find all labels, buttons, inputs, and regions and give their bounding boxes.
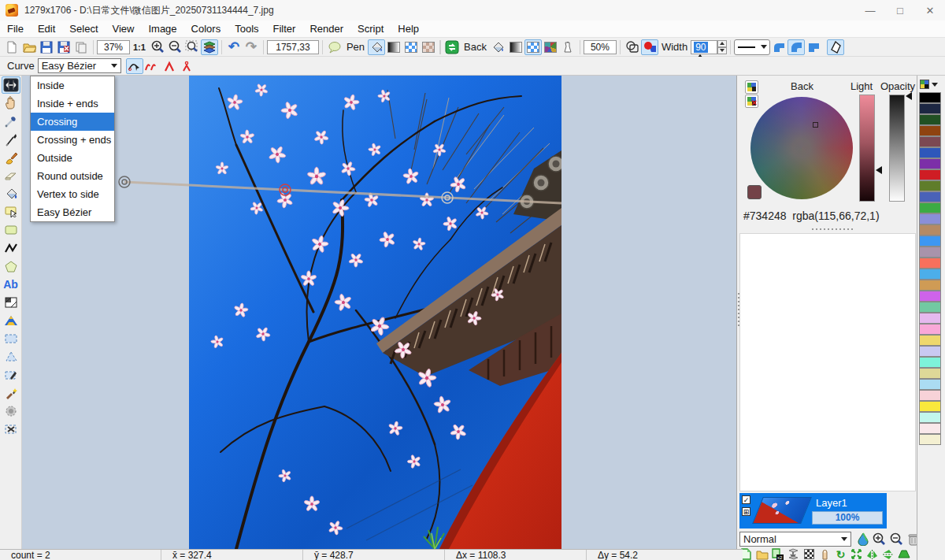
palette-swatch[interactable] — [919, 180, 941, 191]
palette-swatch[interactable] — [919, 412, 941, 423]
select-move-tool[interactable] — [2, 421, 20, 438]
palette-swatch[interactable] — [919, 247, 941, 258]
palette-swatch[interactable] — [919, 191, 941, 202]
finger-smudge-button[interactable] — [818, 548, 832, 560]
palette-swatch[interactable] — [919, 92, 941, 103]
current-color-swatch[interactable] — [747, 185, 762, 199]
menu-colors[interactable]: Colors — [184, 23, 228, 35]
undo-button[interactable]: ↶ — [225, 39, 243, 55]
menu-tools[interactable]: Tools — [228, 23, 265, 35]
redo-button[interactable]: ↷ — [243, 39, 260, 55]
back-fill-gradient-button[interactable] — [507, 39, 524, 55]
width-value-field[interactable]: 90 — [691, 40, 717, 54]
opacity-slider-marker[interactable] — [906, 92, 912, 100]
color-wheel-marker[interactable] — [813, 122, 818, 128]
dropdown-option-inside[interactable]: Inside — [31, 76, 114, 95]
open-layer-button[interactable] — [755, 548, 769, 560]
menu-file[interactable]: File — [0, 23, 31, 35]
pen-fill-solid-button[interactable] — [368, 39, 385, 55]
pen-fill-gradient-button[interactable] — [385, 39, 402, 55]
water-drop-icon[interactable] — [855, 532, 870, 547]
zoom-in-icon[interactable] — [149, 39, 166, 55]
palette-swatch[interactable] — [919, 213, 941, 224]
curve-double-mode-button[interactable] — [143, 58, 161, 74]
open-file-button[interactable] — [20, 39, 38, 55]
polygon-tool[interactable] — [2, 258, 20, 275]
select-cursor-tool[interactable] — [2, 203, 20, 221]
palette-swatch[interactable] — [919, 291, 941, 302]
layer-thumbnail[interactable] — [752, 497, 812, 524]
zoom-level-field[interactable]: 37% — [97, 40, 130, 54]
curve-peak-mode-button[interactable] — [161, 58, 178, 74]
layer-opacity-bar[interactable]: 100% — [812, 511, 883, 525]
menu-edit[interactable]: Edit — [31, 23, 62, 35]
palette-swatch[interactable] — [919, 368, 941, 379]
palette-swatch[interactable] — [919, 235, 941, 247]
swap-colors-button[interactable] — [443, 39, 461, 55]
brush-tool[interactable] — [2, 149, 20, 166]
palette-swatch[interactable] — [919, 224, 941, 235]
menu-help[interactable]: Help — [391, 23, 426, 35]
minimize-button[interactable]: — — [855, 1, 885, 20]
corner-square-button[interactable] — [805, 39, 822, 55]
pen-fill-checker-button[interactable] — [402, 39, 420, 55]
palette-swatch[interactable] — [919, 313, 941, 324]
flip-vertical-button[interactable] — [881, 548, 895, 560]
palette-swatch[interactable] — [919, 158, 941, 169]
palette-swatch[interactable] — [919, 202, 941, 213]
scale-layer-button[interactable] — [850, 548, 863, 560]
canvas-image[interactable] — [189, 76, 561, 549]
gradient-shape-tool[interactable] — [2, 312, 20, 329]
close-button[interactable]: ✕ — [915, 1, 945, 20]
dropdown-option-round-outside[interactable]: Round outside — [31, 167, 114, 185]
layer-grid-icon[interactable]: ⊞ — [742, 507, 750, 516]
zoom-in-layers-icon[interactable] — [871, 532, 886, 547]
palette-swatch[interactable] — [919, 346, 941, 357]
dropdown-option-easy-bezier[interactable]: Easy Bézier — [31, 203, 114, 221]
comment-bubble-icon[interactable] — [326, 39, 343, 55]
zoom-out-icon[interactable] — [166, 39, 183, 55]
frame-tool[interactable] — [2, 294, 20, 311]
line-style-dropdown[interactable] — [734, 39, 770, 55]
shape-outline-mode-button[interactable] — [624, 39, 641, 55]
palette-swatch[interactable] — [919, 335, 941, 346]
dropdown-option-vertex-to-side[interactable]: Vertex to side — [31, 185, 114, 203]
palette-header[interactable] — [920, 78, 942, 91]
select-pen-tool[interactable] — [2, 366, 20, 384]
palette-swatch[interactable] — [919, 423, 941, 434]
palette-swatch[interactable] — [919, 169, 941, 180]
panel-drag-handle[interactable] — [812, 228, 853, 230]
lasso-tool[interactable] — [2, 348, 20, 365]
shape-filled-mode-button[interactable] — [641, 39, 658, 55]
back-fill-solid-button[interactable] — [490, 39, 507, 55]
palette-swatch[interactable] — [919, 379, 941, 390]
width-increment-button[interactable] — [717, 40, 727, 47]
pen-tool[interactable] — [2, 131, 20, 148]
palette-swatch[interactable] — [919, 147, 941, 158]
clone-tool[interactable] — [2, 402, 20, 420]
palette-swatch[interactable] — [919, 103, 941, 114]
palette-swatch[interactable] — [919, 136, 941, 147]
maximize-button[interactable]: □ — [885, 1, 915, 20]
menu-filter[interactable]: Filter — [266, 23, 303, 35]
palette-grid-icon[interactable] — [745, 80, 758, 94]
palette-swatch[interactable] — [919, 125, 941, 136]
width-decrement-button[interactable] — [717, 47, 727, 54]
dropdown-option-outside[interactable]: Outside — [31, 149, 114, 167]
back-fill-checker-button[interactable] — [524, 39, 542, 55]
eyedropper-tool[interactable] — [2, 113, 20, 130]
copy-button[interactable] — [72, 39, 90, 55]
curve-type-dropdown[interactable]: Easy Bézier — [38, 58, 121, 73]
curve-small-peak-mode-button[interactable] — [178, 58, 195, 74]
save-as-button[interactable] — [55, 39, 72, 55]
palette-grid-delete-icon[interactable]: ✕ — [745, 95, 758, 108]
flip-horizontal-button[interactable] — [865, 548, 879, 560]
light-slider[interactable] — [859, 95, 875, 202]
fill-tool[interactable] — [2, 185, 20, 202]
curve-edit-mode-button[interactable] — [126, 58, 143, 74]
palette-swatch[interactable] — [919, 390, 941, 401]
palette-set-icon[interactable] — [920, 80, 929, 89]
perspective-button[interactable] — [897, 548, 910, 560]
palette-swatch[interactable] — [919, 357, 941, 368]
stamp-tool-icon[interactable] — [559, 39, 576, 55]
